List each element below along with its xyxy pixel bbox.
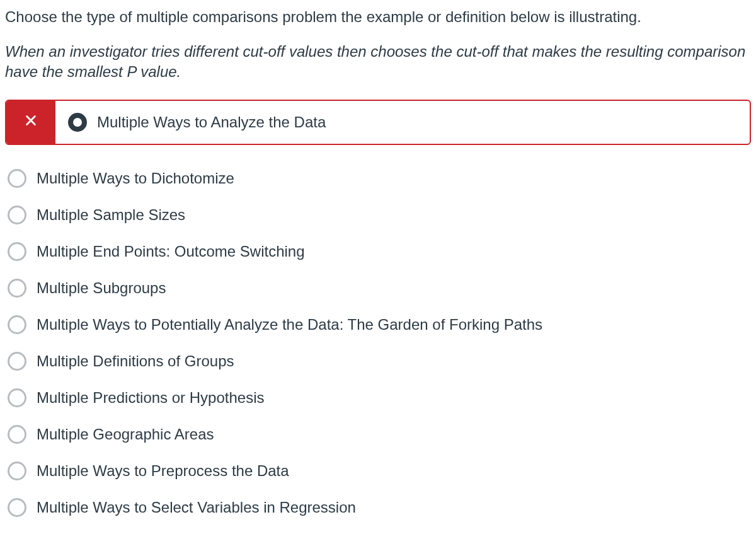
option-label: Multiple Ways to Analyze the Data (97, 113, 326, 131)
option-label: Multiple Ways to Preprocess the Data (37, 462, 289, 480)
radio-empty-icon[interactable] (8, 388, 26, 407)
close-icon (24, 113, 38, 131)
radio-empty-icon[interactable] (8, 352, 26, 371)
radio-empty-icon[interactable] (8, 425, 26, 444)
radio-empty-icon[interactable] (8, 279, 26, 298)
option-row[interactable]: Multiple Sample Sizes (5, 197, 751, 233)
option-label: Multiple End Points: Outcome Switching (37, 243, 305, 260)
option-label: Multiple Subgroups (37, 279, 166, 297)
radio-empty-icon[interactable] (8, 169, 26, 188)
option-label: Multiple Geographic Areas (37, 426, 214, 443)
selected-option-content: Multiple Ways to Analyze the Data (55, 101, 750, 144)
radio-empty-icon[interactable] (8, 498, 26, 517)
option-row[interactable]: Multiple Subgroups (5, 270, 751, 306)
option-label: Multiple Sample Sizes (37, 206, 185, 224)
selected-option-incorrect[interactable]: Multiple Ways to Analyze the Data (5, 100, 751, 145)
option-label: Multiple Ways to Select Variables in Reg… (37, 499, 356, 516)
option-row[interactable]: Multiple Ways to Preprocess the Data (5, 453, 751, 489)
question-prompt: Choose the type of multiple comparisons … (5, 6, 751, 28)
example-text: When an investigator tries different cut… (5, 42, 751, 83)
options-list: Multiple Ways to Analyze the Data Multip… (5, 100, 751, 526)
option-row[interactable]: Multiple End Points: Outcome Switching (5, 233, 751, 270)
radio-empty-icon[interactable] (8, 242, 26, 261)
option-label: Multiple Ways to Dichotomize (37, 170, 234, 187)
radio-empty-icon[interactable] (8, 462, 26, 480)
option-label: Multiple Predictions or Hypothesis (37, 389, 265, 407)
option-row[interactable]: Multiple Definitions of Groups (5, 343, 751, 380)
radio-empty-icon[interactable] (8, 315, 26, 334)
option-label: Multiple Ways to Potentially Analyze the… (37, 316, 542, 334)
option-row[interactable]: Multiple Ways to Select Variables in Reg… (5, 489, 751, 526)
option-row[interactable]: Multiple Ways to Dichotomize (5, 160, 751, 197)
radio-selected-icon[interactable] (68, 113, 87, 132)
radio-empty-icon[interactable] (8, 206, 26, 224)
option-row[interactable]: Multiple Ways to Potentially Analyze the… (5, 306, 751, 343)
option-row[interactable]: Multiple Geographic Areas (5, 416, 751, 453)
incorrect-badge (6, 101, 55, 144)
option-label: Multiple Definitions of Groups (37, 352, 234, 370)
option-row[interactable]: Multiple Predictions or Hypothesis (5, 380, 751, 416)
